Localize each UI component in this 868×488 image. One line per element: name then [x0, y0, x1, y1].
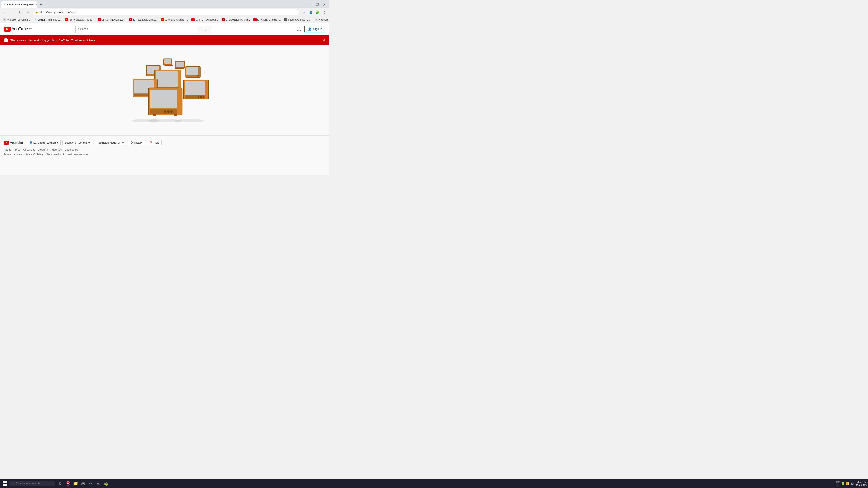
bookmark-item[interactable]: A (1) [ALPHA] Booth...: [190, 18, 219, 22]
language-chevron-icon: ▾: [57, 141, 58, 144]
footer-privacy-link[interactable]: Privacy: [14, 153, 23, 156]
new-tab-button[interactable]: +: [37, 1, 44, 8]
footer-creators-link[interactable]: Creators: [37, 148, 48, 151]
history-label: History: [134, 141, 143, 144]
tv-illustration: [119, 54, 210, 122]
bookmark-favicon: A: [191, 18, 195, 21]
bookmark-favicon: S: [98, 18, 101, 21]
restore-button[interactable]: ❐: [314, 2, 320, 7]
bookmark-label: (1) [ALPHA] Booth...: [195, 18, 218, 21]
footer-copyright-link[interactable]: Copyright: [23, 148, 35, 151]
footer-links-row2: Terms Privacy Policy & Safety Send feedb…: [4, 153, 326, 156]
browser-tab-active[interactable]: ⚠ Oops! Something went wrong... ×: [1, 1, 37, 8]
extensions-btn[interactable]: 🧩: [315, 9, 320, 15]
bookmark-label: (1) Ariana Grande -...: [257, 18, 281, 21]
lock-icon: 🔒: [35, 11, 38, 13]
location-dropdown[interactable]: Location: Romania ▾: [62, 140, 92, 145]
search-input[interactable]: [75, 26, 197, 33]
svg-rect-40: [170, 110, 173, 113]
upload-icon: [297, 27, 301, 31]
footer-developers-link[interactable]: Developers: [64, 148, 78, 151]
footer-policy-link[interactable]: Policy & Safety: [25, 153, 43, 156]
header-actions: 👤 Sign in: [296, 26, 326, 33]
alert-text: There was an issue signing you into YouT…: [10, 39, 96, 42]
svg-rect-8: [164, 65, 173, 66]
location-chevron-icon: ▾: [88, 141, 90, 144]
footer-feedback-link[interactable]: Send feedback: [46, 153, 64, 156]
bookmark-favicon: R: [129, 18, 132, 21]
svg-rect-43: [174, 114, 178, 116]
minimize-button[interactable]: —: [308, 2, 313, 7]
youtube-logo-icon: [4, 27, 11, 32]
alert-link[interactable]: here: [89, 39, 95, 42]
footer-logo[interactable]: YouTube: [4, 141, 23, 144]
alert-banner: ! There was an issue signing you into Yo…: [0, 35, 329, 45]
svg-rect-18: [197, 75, 199, 76]
bookmark-item[interactable]: S (2) SUPREME-RED...: [96, 18, 127, 22]
bookmark-favicon: A: [161, 18, 164, 21]
youtube-page: YouTube RO 👤 Sign in: [0, 23, 329, 175]
alert-close-button[interactable]: ✕: [322, 38, 326, 43]
restricted-mode-dropdown[interactable]: Restricted Mode: Off ▾: [94, 140, 126, 145]
bookmark-item[interactable]: IA Internet Archive: VI...: [283, 18, 312, 22]
bookmark-item[interactable]: R (2) Robloaxian Highs...: [64, 18, 95, 22]
bookmark-item[interactable]: R (2) Red Louis Vuitto...: [128, 18, 158, 22]
profile-btn[interactable]: 👤: [308, 9, 314, 15]
address-bar[interactable]: 🔒 https://www.youtube.com/oops: [33, 9, 300, 15]
help-icon: ❓: [149, 141, 153, 144]
bookmark-label: (2) SUPREME-RED...: [101, 18, 126, 21]
footer-logo-text: YouTube: [10, 141, 23, 144]
bookmark-label: Internet Archive: VI...: [288, 18, 311, 21]
footer-advertise-link[interactable]: Advertise: [51, 148, 62, 151]
language-dropdown[interactable]: 👤 Language: English ▾: [27, 140, 61, 145]
home-button[interactable]: ⌂: [25, 9, 31, 15]
footer-logo-icon: [4, 141, 9, 144]
svg-rect-41: [164, 110, 166, 113]
signin-label: Sign in: [313, 27, 322, 31]
browser-frame: ⚠ Oops! Something went wrong... × + — ❐ …: [0, 0, 329, 23]
bookmark-item[interactable]: E English-Japanese o...: [32, 18, 63, 22]
restricted-mode-label: Restricted Mode: Off: [96, 141, 121, 144]
footer-about-link[interactable]: About: [4, 148, 11, 151]
svg-rect-45: [156, 71, 178, 87]
bookmark-item[interactable]: A (1) Ariana Grande -...: [252, 18, 282, 22]
search-button[interactable]: [197, 26, 211, 33]
close-button[interactable]: ✕: [321, 2, 327, 7]
browser-actions: ☆ 👤 🧩 ⋮: [301, 9, 327, 15]
bookmark-item[interactable]: ☆ New tab: [313, 18, 329, 22]
bookmark-favicon: R: [65, 18, 68, 21]
youtube-header: YouTube RO 👤 Sign in: [0, 23, 329, 35]
svg-line-1: [205, 30, 206, 31]
bookmark-star-btn[interactable]: ☆: [301, 9, 307, 15]
youtube-logo-text: YouTube: [12, 27, 28, 31]
forward-button[interactable]: →: [9, 9, 16, 15]
bookmark-label: New tab: [319, 18, 328, 21]
footer-press-link[interactable]: Press: [13, 148, 20, 151]
footer-terms-link[interactable]: Terms: [4, 153, 11, 156]
bookmark-item[interactable]: A (1) Ariana Grande -...: [159, 18, 189, 22]
address-bar-row: ← → ↻ ⌂ 🔒 https://www.youtube.com/oops ☆…: [0, 8, 329, 17]
youtube-logo[interactable]: YouTube RO: [4, 27, 32, 32]
tab-label: Oops! Something went wrong...: [7, 3, 37, 6]
search-form: [75, 26, 211, 33]
signin-button[interactable]: 👤 Sign in: [305, 26, 326, 32]
upload-button[interactable]: [296, 26, 303, 33]
tv-stack-svg: [119, 54, 210, 122]
youtube-logo-country: RO: [29, 28, 32, 30]
back-button[interactable]: ←: [2, 9, 8, 15]
bookmark-favicon: M: [3, 18, 6, 21]
refresh-button[interactable]: ↻: [17, 9, 24, 15]
main-content: [0, 45, 329, 135]
bookmark-label: (1) Ariana Grande -...: [164, 18, 188, 21]
bookmark-item[interactable]: S (1) side2side by aria...: [220, 18, 251, 22]
help-label: Help: [153, 141, 159, 144]
help-button[interactable]: ❓ Help: [147, 140, 162, 145]
footer-controls: 👤 Language: English ▾ Location: Romania …: [27, 140, 162, 145]
history-button[interactable]: ⏱ History: [128, 140, 145, 145]
footer-test-features-link[interactable]: Test new features: [67, 153, 88, 156]
bookmark-favicon: A: [253, 18, 256, 21]
menu-btn[interactable]: ⋮: [321, 9, 327, 15]
bookmark-item[interactable]: M Microsoft account |...: [2, 18, 31, 22]
bookmark-label: (1) side2side by aria...: [225, 18, 250, 21]
bookmark-favicon: E: [33, 18, 37, 21]
